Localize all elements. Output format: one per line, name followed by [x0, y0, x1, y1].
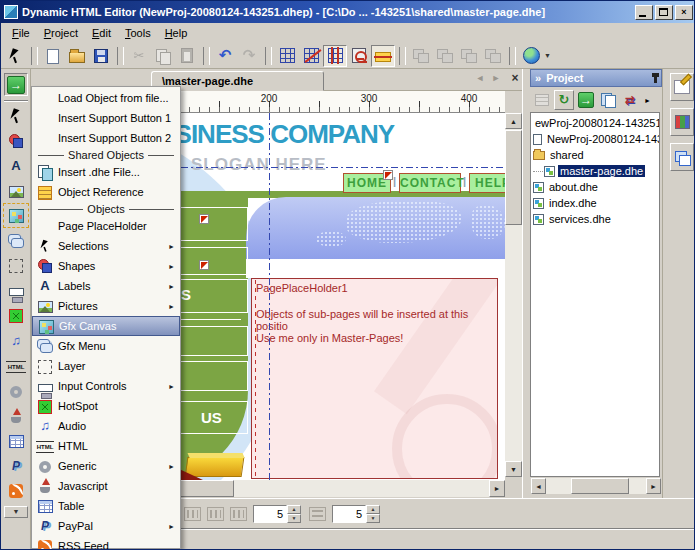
menu-item-pictures[interactable]: Pictures►	[32, 296, 180, 316]
tool-html[interactable]: HTML	[4, 354, 28, 377]
menu-item-load-object[interactable]: Load Object from file...	[32, 88, 180, 108]
center-object-button[interactable]	[371, 45, 395, 67]
tool-javascript[interactable]	[4, 404, 28, 427]
tool-gfx-canvas[interactable]	[4, 204, 28, 227]
tab-next-icon[interactable]: ►	[489, 73, 503, 83]
panel-splitter[interactable]	[522, 69, 530, 550]
toolbar-overflow-icon[interactable]: ►	[644, 97, 651, 104]
menu-file[interactable]: File	[5, 25, 37, 41]
toolbar-overflow-button[interactable]: ▼	[4, 506, 28, 518]
menu-tools[interactable]: Tools	[118, 25, 158, 41]
tree-item-master-page[interactable]: master-page.dhe	[531, 163, 659, 179]
equal-rows-button[interactable]	[309, 507, 326, 521]
minimize-button[interactable]	[635, 5, 653, 20]
tree-item-shared-folder[interactable]: shared	[531, 147, 659, 163]
menu-project[interactable]: Project	[37, 25, 85, 41]
menu-item-html[interactable]: HTMLHTML	[32, 436, 180, 456]
menu-item-page-placeholder[interactable]: Page PlaceHolder	[32, 216, 180, 236]
tool-table[interactable]	[4, 429, 28, 452]
redo-button[interactable]: ↷	[237, 45, 261, 67]
strip-properties-button[interactable]	[670, 73, 694, 101]
tool-selections[interactable]	[4, 104, 28, 127]
grid-edit-button[interactable]	[299, 45, 323, 67]
tree-scroll-thumb[interactable]	[571, 478, 629, 494]
scroll-down-button[interactable]: ▼	[505, 461, 522, 477]
select-tool-button[interactable]	[3, 45, 27, 67]
design-menu-box[interactable]	[173, 247, 248, 275]
close-button[interactable]: ×	[675, 5, 693, 20]
project-panel-header[interactable]: » Project	[530, 69, 662, 87]
tool-rss-feed[interactable]	[4, 479, 28, 502]
align-rows-button[interactable]	[184, 507, 201, 521]
scroll-left-button[interactable]: ◄	[531, 478, 546, 494]
menu-item-hotspot[interactable]: HotSpot	[32, 396, 180, 416]
menu-item-object-reference[interactable]: Object Reference	[32, 182, 180, 202]
spin-up-button[interactable]: ▲	[366, 505, 380, 514]
maximize-button[interactable]	[655, 5, 673, 20]
menu-item-labels[interactable]: ALabels►	[32, 276, 180, 296]
strip-clipboard-button[interactable]	[670, 143, 694, 171]
project-transfer-button[interactable]: ⇄	[620, 90, 640, 110]
tree-item-index[interactable]: index.dhe	[531, 195, 659, 211]
grid-button[interactable]	[275, 45, 299, 67]
preview-browser-button[interactable]	[519, 45, 543, 67]
tab-close-icon[interactable]: ×	[507, 71, 523, 85]
tool-hotspot[interactable]	[4, 304, 28, 327]
menu-item-audio[interactable]: ♫Audio	[32, 416, 180, 436]
scroll-right-button[interactable]: ►	[646, 478, 661, 494]
tool-paypal[interactable]: P	[4, 454, 28, 477]
design-nav-contact[interactable]: CONTACT	[399, 173, 461, 193]
page-placeholder-object[interactable]: PagePlaceHolder1 Objects of sub-pages wi…	[251, 278, 498, 479]
menu-item-paypal[interactable]: PPayPal►	[32, 516, 180, 536]
vertical-scroll-thumb[interactable]	[505, 130, 522, 225]
design-menu-box[interactable]	[173, 326, 248, 356]
distribute-columns-button[interactable]	[207, 507, 224, 521]
menu-item-rss-feed[interactable]: RSS Feed	[32, 536, 180, 550]
menu-item-shapes[interactable]: Shapes►	[32, 256, 180, 276]
send-back-button[interactable]	[433, 45, 457, 67]
project-refresh-button[interactable]: ↻	[554, 90, 574, 110]
tool-shapes[interactable]	[4, 129, 28, 152]
design-menu-box[interactable]	[173, 207, 248, 241]
spin-up-button[interactable]: ▲	[287, 505, 301, 514]
spin-down-button[interactable]: ▼	[287, 514, 301, 523]
move-backward-button[interactable]	[481, 45, 505, 67]
bring-front-button[interactable]	[409, 45, 433, 67]
tab-prev-icon[interactable]: ◄	[473, 73, 487, 83]
tool-gfx-menu[interactable]	[4, 229, 28, 252]
spacing-value-2[interactable]: 5	[332, 505, 366, 523]
distribute-horizontal-button[interactable]	[230, 507, 247, 521]
open-button[interactable]	[65, 45, 89, 67]
design-header-banner[interactable]	[246, 197, 505, 259]
menu-item-table[interactable]: Table	[32, 496, 180, 516]
scroll-up-button[interactable]: ▲	[505, 113, 522, 129]
tool-labels[interactable]: A	[4, 154, 28, 177]
spacing-value-1[interactable]: 5	[253, 505, 287, 523]
insert-object-button[interactable]: →	[4, 73, 28, 96]
menu-item-gfx-menu[interactable]: Gfx Menu	[32, 336, 180, 356]
menu-item-support-button-2[interactable]: Insert Support Button 2	[32, 128, 180, 148]
menu-item-insert-dhe-file[interactable]: Insert .dhe File...	[32, 162, 180, 182]
tool-audio[interactable]: ♫	[4, 329, 28, 352]
guides-button[interactable]	[323, 45, 347, 67]
menu-item-layer[interactable]: Layer	[32, 356, 180, 376]
copy-button[interactable]	[151, 45, 175, 67]
cut-button[interactable]: ✂	[127, 45, 151, 67]
tool-pictures[interactable]	[4, 179, 28, 202]
tree-item-project-file[interactable]: NewProj-20080124-14325	[531, 131, 659, 147]
strip-library-button[interactable]	[670, 108, 694, 136]
project-insert-button[interactable]: →	[576, 90, 596, 110]
pin-icon[interactable]	[654, 76, 657, 83]
tree-horizontal-scrollbar[interactable]: ◄ ►	[531, 478, 661, 494]
design-slogan[interactable]: SLOGAN HERE	[191, 155, 327, 175]
spin-down-button[interactable]: ▼	[366, 514, 380, 523]
tree-item-project-root[interactable]: ewProj-20080124-143251	[531, 115, 659, 131]
menu-item-generic[interactable]: Generic►	[32, 456, 180, 476]
chevrons-icon[interactable]: »	[535, 72, 541, 84]
paste-button[interactable]	[175, 45, 199, 67]
menu-item-support-button-1[interactable]: Insert Support Button 1	[32, 108, 180, 128]
menu-item-input-controls[interactable]: Input Controls►	[32, 376, 180, 396]
project-properties-button[interactable]	[532, 90, 552, 110]
tree-item-services[interactable]: services.dhe	[531, 211, 659, 227]
menu-item-gfx-canvas[interactable]: Gfx Canvas	[32, 316, 180, 336]
